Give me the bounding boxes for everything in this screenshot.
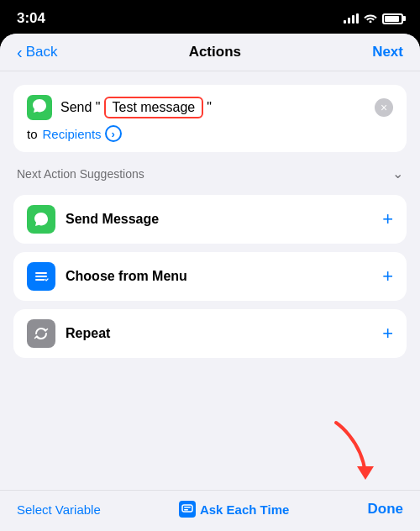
arrow-right-icon: › xyxy=(111,128,114,140)
status-bar: 3:04 xyxy=(0,0,420,34)
list-item[interactable]: Repeat + xyxy=(13,309,407,358)
repeat-label: Repeat xyxy=(66,326,372,341)
recipients-label: Recipients xyxy=(43,127,102,141)
recipients-button[interactable]: Recipients › xyxy=(43,125,122,142)
battery-icon xyxy=(382,13,403,24)
repeat-icon xyxy=(27,319,55,348)
svg-rect-5 xyxy=(184,507,191,508)
status-time: 3:04 xyxy=(17,10,45,27)
add-send-message-button[interactable]: + xyxy=(382,210,393,229)
status-icons xyxy=(344,12,403,25)
recipients-circle-icon: › xyxy=(105,125,122,142)
content-area: Send "Test message" × to Recipients › Ne… xyxy=(0,71,420,490)
to-label: to xyxy=(27,127,38,141)
suggestion-list: Send Message + Choose from Menu + xyxy=(13,195,407,358)
clear-button[interactable]: × xyxy=(375,98,393,117)
svg-rect-4 xyxy=(182,505,192,512)
choose-menu-icon xyxy=(27,262,55,291)
main-container: ‹ Back Actions Next Send "Test message" xyxy=(0,34,420,531)
next-button[interactable]: Next xyxy=(372,44,403,60)
chevron-down-icon[interactable]: ⌄ xyxy=(392,166,403,181)
send-message-label: Send Message xyxy=(66,212,372,227)
section-header: Next Action Suggestions ⌄ xyxy=(13,166,407,181)
svg-rect-6 xyxy=(184,509,188,511)
action-row: Send "Test message" × xyxy=(27,95,393,120)
signal-icon xyxy=(344,13,359,24)
message-app-icon xyxy=(27,95,52,120)
svg-rect-1 xyxy=(35,276,47,277)
list-item[interactable]: Send Message + xyxy=(13,195,407,244)
action-card: Send "Test message" × to Recipients › xyxy=(13,85,407,152)
test-message-value: Test message xyxy=(113,100,196,115)
add-choose-menu-button[interactable]: + xyxy=(382,267,393,286)
add-repeat-button[interactable]: + xyxy=(382,324,393,343)
send-suffix: " xyxy=(207,100,212,115)
nav-bar: ‹ Back Actions Next xyxy=(0,34,420,71)
wifi-icon xyxy=(364,12,377,25)
send-prefix: Send " xyxy=(60,100,101,115)
section-title: Next Action Suggestions xyxy=(17,167,144,181)
ask-each-icon xyxy=(179,501,196,518)
to-row: to Recipients › xyxy=(27,125,393,142)
select-variable-button[interactable]: Select Variable xyxy=(17,502,101,517)
done-button[interactable]: Done xyxy=(367,501,403,518)
back-label: Back xyxy=(26,44,58,60)
list-item[interactable]: Choose from Menu + xyxy=(13,252,407,301)
test-message-box: Test message xyxy=(104,97,204,118)
close-icon: × xyxy=(381,102,387,113)
choose-menu-label: Choose from Menu xyxy=(66,269,372,284)
page-title: Actions xyxy=(189,44,241,60)
bottom-bar: Select Variable Ask Each Time Done xyxy=(0,490,420,531)
ask-each-time-label: Ask Each Time xyxy=(200,502,289,517)
svg-rect-0 xyxy=(35,272,47,274)
ask-each-time-button[interactable]: Ask Each Time xyxy=(179,501,289,518)
message-icon-glyph xyxy=(32,98,47,117)
send-message-icon xyxy=(27,205,55,234)
action-text: Send "Test message" xyxy=(60,97,366,118)
chevron-left-icon: ‹ xyxy=(17,44,23,60)
back-button[interactable]: ‹ Back xyxy=(17,44,57,60)
